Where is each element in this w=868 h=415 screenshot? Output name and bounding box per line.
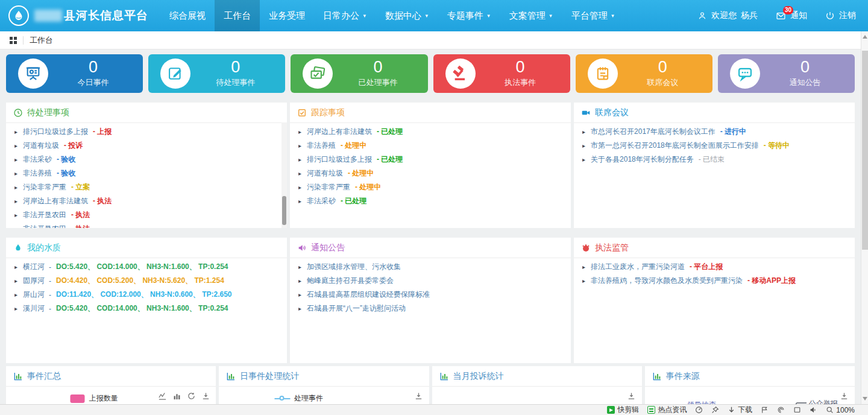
- scroll-up-arrow[interactable]: [863, 35, 867, 39]
- list-item[interactable]: ▸排污口垃圾过多上报- 上报: [14, 125, 278, 139]
- quick-editor-button[interactable]: 快剪辑: [607, 405, 639, 415]
- status-badge: - 平台上报: [690, 262, 723, 272]
- panel-notices: 通知公告 ▸加强区域排水管理、污水收集 ▸鲍峰庭主持召开县委常委会 ▸石城县提高…: [290, 238, 571, 363]
- download-icon[interactable]: [627, 391, 636, 401]
- stat-card-pending-events[interactable]: 0待处理事件: [148, 54, 285, 93]
- stat-card-notices[interactable]: 0通知公告: [718, 54, 855, 93]
- panel-scrollbar[interactable]: [281, 122, 287, 228]
- water-quality-row[interactable]: ▸固厚河-DO:4.420、 COD:5.200、 NH3-N:5.620、 T…: [14, 274, 278, 288]
- panel-pending-items: 待处理事项 ▸排污口垃圾过多上报- 上报 ▸河道有垃圾- 投诉 ▸非法采砂- 验…: [6, 103, 287, 228]
- scrollbar-thumb[interactable]: [862, 51, 868, 250]
- flag-icon: [761, 406, 769, 414]
- enforcement-item[interactable]: ▸排法工业废水，严重污染河道- 平台上报: [582, 260, 846, 274]
- list-item[interactable]: ▸河岸边上有非法建筑- 执法: [14, 194, 278, 208]
- grid-icon[interactable]: [10, 37, 17, 44]
- download-icon[interactable]: [840, 391, 849, 401]
- hot-news-button[interactable]: 热点资讯: [647, 405, 687, 415]
- pin-button[interactable]: [711, 406, 719, 414]
- status-badge: - 已结束: [699, 154, 725, 165]
- download-icon[interactable]: [414, 391, 423, 401]
- list-item[interactable]: ▸非法开垦农田- 执法: [14, 208, 278, 222]
- refresh-icon[interactable]: [187, 391, 196, 401]
- water-quality-row[interactable]: ▸屏山河-DO:11.420、 COD:12.000、 NH3-N:0.600、…: [14, 288, 278, 302]
- user-welcome[interactable]: 欢迎您 杨兵: [697, 10, 758, 21]
- notice-item[interactable]: ▸石城县提高基层组织建设经费保障标准: [298, 288, 562, 302]
- stat-value: 0: [618, 59, 708, 76]
- enforcement-icon: [581, 243, 591, 253]
- boss-key-button[interactable]: [793, 406, 801, 414]
- separator: -: [49, 305, 51, 313]
- stat-card-joint-meetings[interactable]: 0联席会议: [576, 54, 712, 93]
- stat-value: 0: [333, 59, 423, 76]
- list-item[interactable]: ▸污染非常严重- 处理中: [298, 180, 562, 194]
- list-item[interactable]: ▸非法采砂- 验收: [14, 153, 278, 166]
- line-chart-toggle-icon[interactable]: [158, 391, 167, 401]
- list-item[interactable]: ▸河道有垃圾- 投诉: [14, 139, 278, 153]
- list-item[interactable]: ▸非法养殖- 处理中: [298, 139, 562, 153]
- stat-card-processed-events[interactable]: 0已处理事件: [291, 54, 427, 93]
- water-quality-row[interactable]: ▸横江河-DO:5.420、 COD:14.000、 NH3-N:1.600、 …: [14, 260, 278, 274]
- swirl-icon: [777, 406, 785, 414]
- list-item[interactable]: ▸排污口垃圾过多上报- 已处理: [298, 153, 562, 166]
- caret-icon: ▸: [582, 264, 585, 270]
- caret-icon: ▸: [298, 170, 301, 177]
- scrollbar-thumb[interactable]: [282, 196, 286, 225]
- water-quality-row[interactable]: ▸溪川河-DO:5.420、 COD:14.000、 NH3-N:1.600、 …: [14, 302, 278, 315]
- menu-item-document-mgmt[interactable]: 文案管理▼: [500, 0, 562, 31]
- legend-processed-events[interactable]: 处理事件: [274, 393, 323, 404]
- status-badge: - 上报: [93, 127, 112, 137]
- caret-icon: ▸: [14, 128, 17, 135]
- chevron-down-icon: ▼: [362, 1, 367, 32]
- water-metrics: DO:11.420、 COD:12.000、 NH3-N:0.600、 TP:2…: [56, 290, 231, 300]
- mute-button[interactable]: [810, 406, 817, 414]
- zoom-control[interactable]: 100%: [826, 406, 855, 414]
- speed-mode-button[interactable]: [695, 406, 703, 414]
- menu-item-platform-mgmt[interactable]: 平台管理▼: [562, 0, 624, 31]
- list-item[interactable]: ▸非法开垦农田- 执法: [14, 222, 278, 228]
- enforcement-item[interactable]: ▸非法养殖鸡，导致河水颜色及水质受到严重污染- 移动APP上报: [582, 274, 846, 288]
- notice-item[interactable]: ▸鲍峰庭主持召开县委常委会: [298, 274, 562, 288]
- theme-button[interactable]: [777, 406, 785, 414]
- download-icon[interactable]: [201, 391, 210, 401]
- logout-button[interactable]: 注销: [825, 10, 856, 21]
- speaker-small-icon: [810, 406, 817, 414]
- brand[interactable]: 县河长信息平台: [0, 0, 160, 31]
- bar-chart-toggle-icon[interactable]: [172, 391, 181, 401]
- menu-item-overview[interactable]: 综合展视: [160, 0, 215, 31]
- menu-item-business[interactable]: 业务受理: [260, 0, 314, 31]
- scroll-down-arrow[interactable]: [863, 397, 867, 401]
- stat-card-today-events[interactable]: 0今日事件: [6, 54, 143, 93]
- caret-icon: ▸: [14, 212, 17, 218]
- notice-item[interactable]: ▸石城县开展“八一”走访慰问活动: [298, 302, 562, 315]
- list-item[interactable]: ▸市第一总河长召开2018年底河长制全面展示工作安排- 等待中: [582, 139, 846, 153]
- list-item[interactable]: ▸河道有垃圾- 处理中: [298, 166, 562, 180]
- list-item[interactable]: ▸河岸边上有非法建筑- 已处理: [298, 125, 562, 139]
- list-item[interactable]: ▸非法养殖- 验收: [14, 166, 278, 180]
- legend-report-count[interactable]: 上报数量: [71, 393, 118, 404]
- report-button[interactable]: [761, 406, 769, 414]
- status-badge: - 执法: [93, 196, 112, 206]
- water-metrics: DO:5.420、 COD:14.000、 NH3-N:1.600、 TP:0.…: [56, 303, 228, 314]
- panel-joint-meetings: 联席会议 ▸市总河长召开2017年底河长制会议工作- 进行中 ▸市第一总河长召开…: [574, 103, 855, 228]
- status-badge: - 执法: [71, 224, 90, 228]
- list-item[interactable]: ▸关于各县2018年河长制分配任务- 已结束: [582, 153, 846, 166]
- panel-title: 待处理事项: [6, 103, 287, 123]
- menu-item-workbench[interactable]: 工作台: [215, 0, 260, 31]
- separator: -: [49, 291, 51, 299]
- list-item[interactable]: ▸污染非常严重- 立案: [14, 180, 278, 194]
- chart-title: 日事件处理统计: [219, 366, 429, 387]
- downloads-button[interactable]: 下载: [728, 405, 752, 415]
- menu-item-special-events[interactable]: 专题事件▼: [438, 0, 500, 31]
- stat-value: 0: [48, 59, 138, 76]
- caret-icon: ▸: [14, 264, 17, 270]
- main-menu: 综合展视 工作台 业务受理 日常办公▼ 数据中心▼ 专题事件▼ 文案管理▼ 平台…: [160, 0, 624, 31]
- page-scrollbar[interactable]: [861, 31, 868, 404]
- menu-item-data-center[interactable]: 数据中心▼: [376, 0, 438, 31]
- list-item[interactable]: ▸非法采砂- 已处理: [298, 194, 562, 208]
- workbench-content: 0今日事件 0待处理事件 0已处理事件 0执法事件 0联席会议: [0, 49, 861, 415]
- menu-item-daily-office[interactable]: 日常办公▼: [314, 0, 376, 31]
- list-item[interactable]: ▸市总河长召开2017年底河长制会议工作- 进行中: [582, 125, 846, 139]
- notice-item[interactable]: ▸加强区域排水管理、污水收集: [298, 260, 562, 274]
- stat-card-enforcement-events[interactable]: 0执法事件: [433, 54, 570, 93]
- notifications-button[interactable]: 30 通知: [776, 10, 807, 21]
